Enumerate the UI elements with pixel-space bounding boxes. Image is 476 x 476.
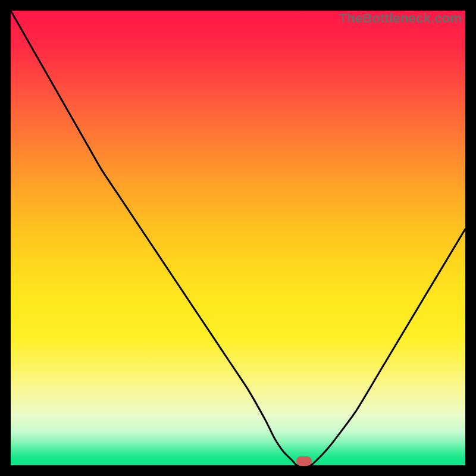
plot-area: TheBottleneck.com xyxy=(11,11,465,465)
curve-svg xyxy=(11,11,465,465)
optimal-marker xyxy=(296,456,312,466)
bottleneck-curve xyxy=(11,11,465,465)
watermark-text: TheBottleneck.com xyxy=(339,11,462,26)
chart-container: TheBottleneck.com xyxy=(0,0,476,476)
